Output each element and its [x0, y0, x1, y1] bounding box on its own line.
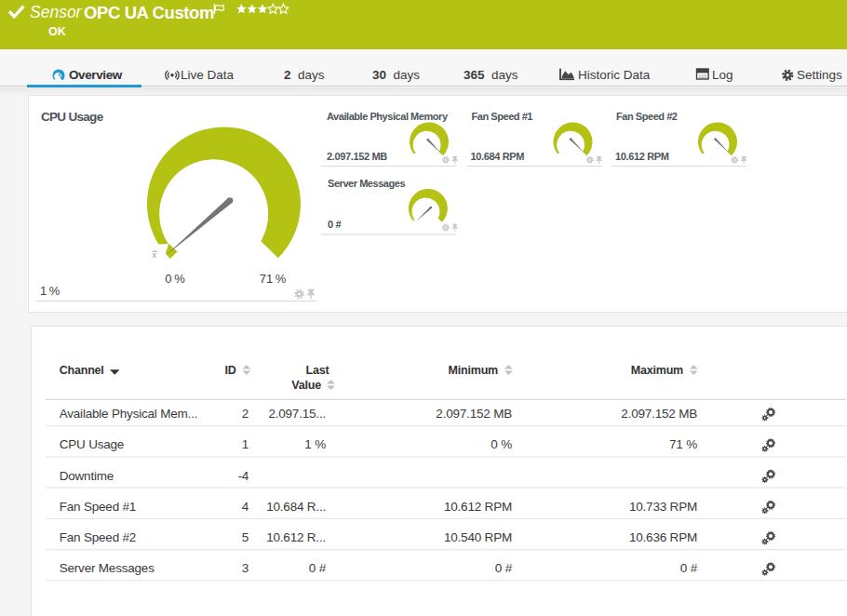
- svg-text:x: x: [153, 250, 157, 260]
